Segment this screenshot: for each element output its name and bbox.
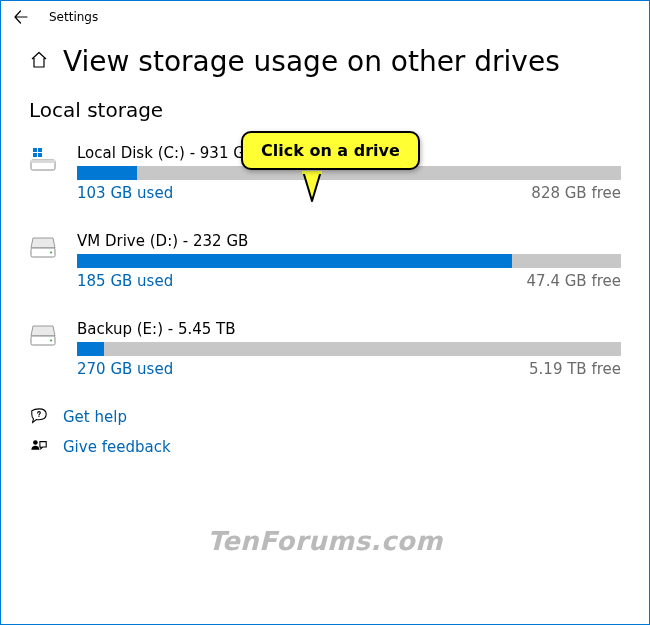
feedback-icon — [29, 438, 49, 456]
back-icon[interactable] — [13, 9, 29, 25]
content-area: View storage usage on other drives Local… — [1, 33, 649, 476]
drive-row[interactable]: VM Drive (D:) - 232 GB 185 GB used 47.4 … — [29, 232, 621, 290]
usage-bar — [77, 254, 621, 268]
drive-used-label: 103 GB used — [77, 184, 173, 202]
drive-meta: 185 GB used 47.4 GB free — [77, 272, 621, 290]
drive-body: Backup (E:) - 5.45 TB 270 GB used 5.19 T… — [77, 320, 621, 378]
give-feedback-link[interactable]: Give feedback — [29, 438, 621, 456]
drive-meta: 103 GB used 828 GB free — [77, 184, 621, 202]
svg-point-10 — [33, 440, 38, 445]
drive-row[interactable]: Backup (E:) - 5.45 TB 270 GB used 5.19 T… — [29, 320, 621, 378]
drive-icon — [29, 322, 57, 352]
drive-title: Backup (E:) - 5.45 TB — [77, 320, 621, 338]
svg-rect-2 — [33, 148, 37, 152]
give-feedback-label: Give feedback — [63, 438, 171, 456]
help-icon — [29, 408, 49, 426]
section-title: Local storage — [29, 98, 621, 122]
svg-marker-11 — [303, 171, 321, 201]
svg-rect-4 — [33, 153, 37, 157]
svg-rect-12 — [302, 171, 322, 174]
app-title: Settings — [49, 10, 98, 24]
svg-point-9 — [50, 340, 52, 342]
watermark-text: TenForums.com — [207, 526, 443, 556]
help-links: Get help Give feedback — [29, 408, 621, 456]
svg-rect-3 — [38, 148, 42, 152]
get-help-label: Get help — [63, 408, 127, 426]
drive-free-label: 5.19 TB free — [529, 360, 621, 378]
usage-bar-fill — [77, 254, 512, 268]
drive-free-label: 47.4 GB free — [527, 272, 621, 290]
get-help-link[interactable]: Get help — [29, 408, 621, 426]
drive-icon — [29, 234, 57, 264]
drive-icon — [29, 146, 57, 178]
drive-used-label: 185 GB used — [77, 272, 173, 290]
page-title: View storage usage on other drives — [63, 45, 560, 78]
drive-meta: 270 GB used 5.19 TB free — [77, 360, 621, 378]
drive-free-label: 828 GB free — [531, 184, 621, 202]
drive-used-label: 270 GB used — [77, 360, 173, 378]
home-icon[interactable] — [29, 50, 49, 74]
usage-bar-fill — [77, 342, 104, 356]
usage-bar-fill — [77, 166, 137, 180]
drive-title: VM Drive (D:) - 232 GB — [77, 232, 621, 250]
page-header: View storage usage on other drives — [29, 45, 621, 78]
svg-rect-1 — [31, 160, 55, 163]
annotation-callout: Click on a drive — [241, 131, 420, 170]
drive-body: VM Drive (D:) - 232 GB 185 GB used 47.4 … — [77, 232, 621, 290]
svg-point-7 — [50, 252, 52, 254]
usage-bar — [77, 342, 621, 356]
titlebar: Settings — [1, 1, 649, 33]
callout-text: Click on a drive — [261, 141, 400, 160]
svg-rect-5 — [38, 153, 42, 157]
